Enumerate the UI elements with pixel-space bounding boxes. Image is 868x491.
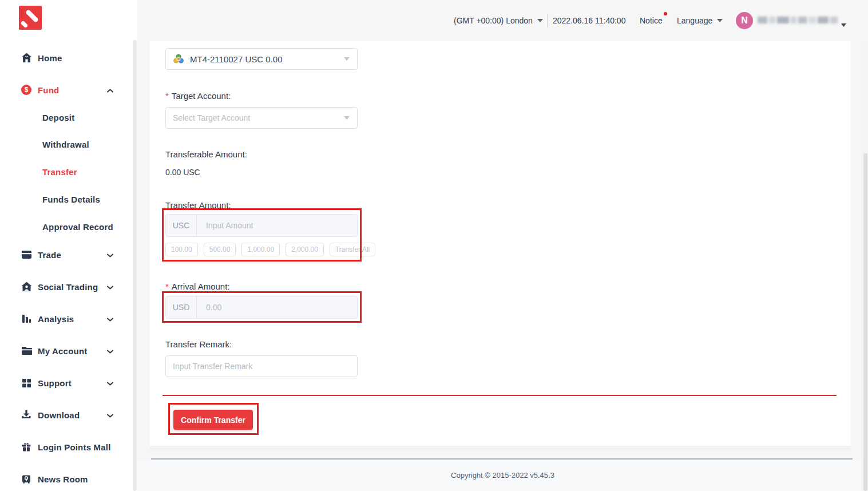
home-icon (21, 52, 32, 64)
user-avatar[interactable]: N (736, 12, 753, 29)
notice-button[interactable]: Notice (640, 0, 663, 41)
target-account-select[interactable]: Select Target Account (165, 107, 358, 129)
chevron-down-icon (107, 250, 113, 260)
sidebar-item-withdrawal[interactable]: Withdrawal (0, 137, 137, 152)
arrival-amount-currency: USD (166, 296, 197, 318)
sidebar-item-news-room[interactable]: News Room (0, 472, 137, 486)
username-redacted[interactable] (758, 17, 838, 25)
page-footer: Copyright © 2015-2022 v5.45.3 (137, 460, 868, 491)
transfer-amount-input-group: USC (165, 214, 358, 237)
arrival-amount-input[interactable] (197, 296, 357, 318)
quick-amount-button[interactable]: 2,000.00 (286, 243, 324, 256)
copyright-text: Copyright © 2015-2022 v5.45.3 (451, 471, 554, 480)
sidebar-item-login-points-mall[interactable]: Login Points Mall (0, 439, 137, 454)
timezone-label: (GMT +00:00) London (454, 16, 533, 25)
news-room-icon (21, 473, 32, 485)
gift-icon (21, 441, 32, 453)
sidebar-item-label: Funds Details (42, 195, 100, 204)
sidebar-item-social-trading[interactable]: Social Trading (0, 279, 137, 294)
transfer-amount-input[interactable] (197, 215, 357, 236)
mt4-logo-icon (173, 53, 184, 65)
server-datetime: 2022.06.16 11:40:00 (553, 0, 625, 41)
trade-icon (21, 249, 32, 260)
sidebar-item-label: Social Trading (38, 282, 98, 292)
topbar-divider (547, 14, 548, 27)
my-account-icon (21, 345, 32, 357)
sidebar: Home $ Fund Deposit Withdrawal Transfer … (0, 0, 137, 491)
quick-amount-row: 100.00 500.00 1,000.00 2,000.00 Transfer… (165, 243, 375, 256)
support-icon (21, 377, 32, 389)
svg-text:$: $ (25, 86, 29, 94)
user-menu-chevron-icon[interactable] (841, 19, 846, 29)
transfer-amount-currency: USC (166, 215, 197, 236)
social-trading-icon (21, 281, 32, 292)
transfer-remark-label: Transfer Remark: (165, 339, 232, 350)
page-scrollbar[interactable] (863, 153, 867, 491)
sidebar-item-label: News Room (38, 474, 88, 484)
chevron-down-icon (107, 410, 113, 420)
sidebar-item-trade[interactable]: Trade (0, 247, 137, 262)
language-selector[interactable]: Language (677, 0, 723, 41)
annotation-line (162, 395, 837, 396)
sidebar-item-label: Withdrawal (42, 140, 89, 149)
sidebar-item-label: Home (38, 53, 62, 63)
sidebar-item-label: Analysis (38, 314, 74, 324)
confirm-transfer-button[interactable]: Confirm Transfer (173, 410, 253, 430)
sidebar-item-label: Download (38, 410, 80, 420)
arrival-amount-input-group: USD (165, 296, 358, 319)
sidebar-item-approval-record[interactable]: Approval Record (0, 219, 137, 234)
sidebar-item-analysis[interactable]: Analysis (0, 311, 137, 326)
analysis-icon (21, 313, 32, 324)
sidebar-item-label: Support (38, 378, 72, 388)
sidebar-item-support[interactable]: Support (0, 375, 137, 390)
sidebar-item-label: Fund (38, 85, 59, 95)
arrival-amount-label: *Arrival Amount: (165, 281, 230, 292)
quick-amount-button[interactable]: 1,000.00 (241, 243, 280, 256)
quick-amount-button[interactable]: 500.00 (204, 243, 236, 256)
sidebar-scrollbar[interactable] (133, 40, 137, 491)
transfer-form-card: MT4-2110027 USC 0.00 *Target Account: Se… (150, 41, 851, 446)
sidebar-item-label: Deposit (42, 113, 74, 122)
main-canvas: (GMT +00:00) London 2022.06.16 11:40:00 … (137, 0, 868, 491)
timezone-selector[interactable]: (GMT +00:00) London (454, 0, 543, 41)
brand-logo-icon[interactable] (19, 6, 42, 30)
sidebar-item-download[interactable]: Download (0, 407, 137, 422)
sidebar-item-label: Login Points Mall (38, 442, 111, 452)
transfer-amount-label: Transfer Amount: (165, 200, 231, 211)
chevron-up-icon (107, 85, 113, 95)
chevron-down-icon (107, 346, 113, 356)
sidebar-item-label: Trade (38, 250, 61, 260)
transfer-all-button[interactable]: Transfer All (330, 243, 375, 256)
select-caret-icon (344, 116, 350, 120)
transferable-amount-value: 0.00 USC (165, 167, 200, 178)
sidebar-item-label: My Account (38, 346, 87, 356)
transferable-amount-label: Transferable Amount: (165, 149, 247, 160)
download-icon (21, 409, 32, 421)
sidebar-item-funds-details[interactable]: Funds Details (0, 192, 137, 207)
sidebar-item-deposit[interactable]: Deposit (0, 110, 137, 125)
chevron-down-icon (717, 19, 723, 22)
app-root: Home $ Fund Deposit Withdrawal Transfer … (0, 0, 868, 491)
sidebar-item-label: Transfer (42, 167, 77, 177)
source-account-value: MT4-2110027 USC 0.00 (190, 54, 282, 64)
notice-label: Notice (640, 16, 663, 25)
quick-amount-button[interactable]: 100.00 (165, 243, 198, 256)
chevron-down-icon (537, 19, 543, 22)
select-caret-icon (344, 57, 350, 61)
chevron-down-icon (107, 314, 113, 324)
sidebar-item-fund[interactable]: $ Fund (0, 82, 137, 97)
sidebar-item-transfer[interactable]: Transfer (0, 164, 137, 179)
required-asterisk: * (165, 91, 169, 101)
source-account-select[interactable]: MT4-2110027 USC 0.00 (165, 48, 358, 70)
transfer-remark-input[interactable] (165, 355, 358, 377)
sidebar-item-label: Approval Record (42, 222, 113, 232)
language-label: Language (677, 16, 712, 25)
chevron-down-icon (107, 378, 113, 388)
sidebar-item-home[interactable]: Home (0, 50, 137, 65)
footer-gap (150, 446, 851, 458)
sidebar-item-my-account[interactable]: My Account (0, 343, 137, 358)
target-account-placeholder: Select Target Account (173, 113, 250, 122)
chevron-down-icon (107, 282, 113, 292)
required-asterisk: * (165, 282, 169, 291)
fund-icon: $ (21, 84, 32, 96)
